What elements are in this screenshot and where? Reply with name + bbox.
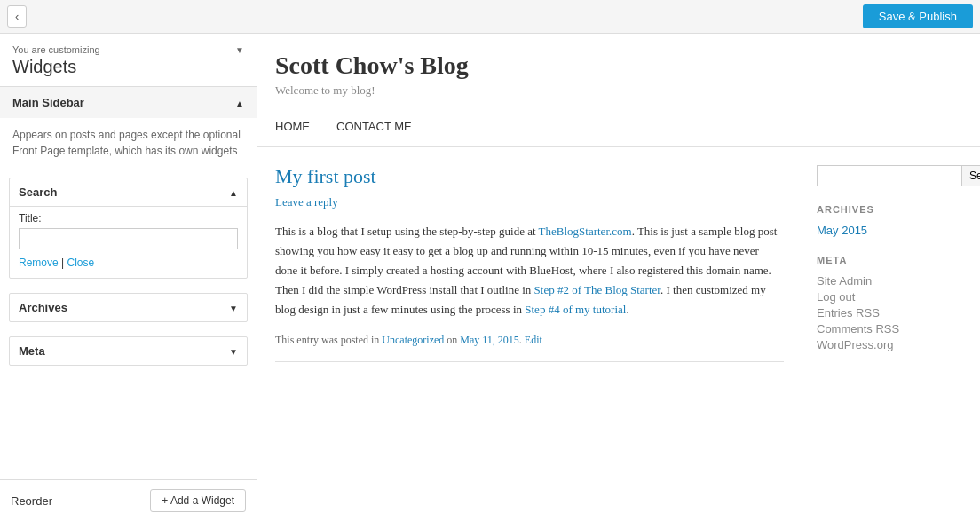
archives-widget-title: Archives bbox=[19, 301, 67, 314]
search-close-link[interactable]: Close bbox=[67, 257, 94, 269]
main-sidebar-description: Appears on posts and pages except the op… bbox=[0, 118, 257, 170]
search-widget: Search Title: Remove | Close bbox=[9, 178, 248, 279]
log-out-link[interactable]: Log out bbox=[817, 290, 966, 304]
footer-text-2: on bbox=[444, 334, 460, 346]
back-button[interactable]: ‹ bbox=[7, 5, 27, 28]
blog-title: Scott Chow's Blog bbox=[275, 51, 962, 80]
search-widget-title: Search bbox=[19, 186, 57, 199]
entries-rss-link[interactable]: Entries RSS bbox=[817, 306, 966, 320]
site-admin-link[interactable]: Site Admin bbox=[817, 274, 966, 288]
edit-link[interactable]: Edit bbox=[525, 334, 542, 346]
add-widget-button[interactable]: + Add a Widget bbox=[150, 489, 246, 512]
archives-widget-header[interactable]: Archives bbox=[10, 294, 247, 321]
post-divider bbox=[275, 361, 784, 362]
sidebar-search-button[interactable]: Search bbox=[962, 165, 980, 186]
footer-text-1: This entry was posted in bbox=[275, 334, 382, 346]
archives-may2015-link[interactable]: May 2015 bbox=[817, 224, 966, 237]
search-remove-link[interactable]: Remove bbox=[19, 257, 59, 269]
main-sidebar-section: Main Sidebar Appears on posts and pages … bbox=[0, 87, 257, 170]
top-bar: ‹ Save & Publish bbox=[0, 0, 980, 34]
blog-sidebar: Search ARCHIVES May 2015 META Site Admin… bbox=[802, 147, 980, 380]
archives-widget-expand-icon bbox=[229, 301, 238, 314]
step4-link[interactable]: Step #4 of my tutorial bbox=[525, 303, 626, 316]
step2-link[interactable]: Step #2 of The Blog Starter bbox=[534, 283, 660, 296]
blog-tagline: Welcome to my blog! bbox=[275, 83, 962, 98]
blog-content-area: My first post Leave a reply This is a bl… bbox=[257, 147, 980, 380]
meta-widget: Meta bbox=[9, 336, 248, 366]
left-panel: You are customizing Widgets Main Sidebar… bbox=[0, 34, 257, 521]
search-widget-body: Title: Remove | Close bbox=[10, 206, 247, 278]
main-sidebar-title: Main Sidebar bbox=[12, 96, 84, 109]
search-title-input[interactable] bbox=[19, 228, 238, 249]
blog-nav: HOME CONTACT ME bbox=[257, 107, 980, 147]
customizing-label: You are customizing bbox=[12, 44, 244, 55]
post-text-1: This is a blog that I setup using the st… bbox=[275, 225, 539, 238]
customizing-text: You are customizing bbox=[12, 44, 100, 55]
wordpress-org-link[interactable]: WordPress.org bbox=[817, 338, 966, 351]
blog-main: My first post Leave a reply This is a bl… bbox=[257, 147, 802, 380]
main-sidebar-header[interactable]: Main Sidebar bbox=[0, 87, 257, 118]
save-publish-button[interactable]: Save & Publish bbox=[863, 4, 973, 28]
post-text-4: . bbox=[626, 303, 628, 316]
sidebar-search-row: Search bbox=[817, 165, 966, 186]
meta-section-title: META bbox=[817, 255, 966, 265]
meta-section: META Site Admin Log out Entries RSS Comm… bbox=[817, 255, 966, 351]
chevron-down-icon bbox=[235, 44, 244, 55]
meta-widget-expand-icon bbox=[229, 344, 238, 358]
nav-home[interactable]: HOME bbox=[275, 116, 310, 137]
search-title-label: Title: bbox=[19, 212, 238, 225]
post-content: This is a blog that I setup using the st… bbox=[275, 222, 784, 320]
customizing-header: You are customizing Widgets bbox=[0, 34, 257, 87]
search-widget-header[interactable]: Search bbox=[10, 178, 247, 206]
bottom-buttons: Reorder + Add a Widget bbox=[0, 479, 257, 521]
widgets-title: Widgets bbox=[12, 57, 244, 77]
archives-widget: Archives bbox=[9, 293, 248, 322]
search-widget-actions: Remove | Close bbox=[19, 257, 238, 269]
main-layout: You are customizing Widgets Main Sidebar… bbox=[0, 34, 980, 521]
blog-header: Scott Chow's Blog Welcome to my blog! bbox=[257, 34, 980, 107]
archives-section-title: ARCHIVES bbox=[817, 204, 966, 215]
reorder-button[interactable]: Reorder bbox=[11, 494, 52, 508]
meta-widget-title: Meta bbox=[19, 344, 45, 358]
search-widget-collapse-icon bbox=[229, 186, 238, 199]
post-footer: This entry was posted in Uncategorized o… bbox=[275, 334, 784, 347]
nav-contact[interactable]: CONTACT ME bbox=[336, 116, 412, 137]
chevron-up-icon bbox=[235, 96, 244, 109]
blog-starter-link[interactable]: TheBlogStarter.com bbox=[539, 225, 632, 238]
meta-widget-header[interactable]: Meta bbox=[10, 337, 247, 365]
comments-rss-link[interactable]: Comments RSS bbox=[817, 322, 966, 335]
sidebar-search-input[interactable] bbox=[817, 165, 962, 186]
post-title: My first post bbox=[275, 165, 784, 188]
uncategorized-link[interactable]: Uncategorized bbox=[382, 334, 444, 346]
right-panel: Scott Chow's Blog Welcome to my blog! HO… bbox=[257, 34, 980, 521]
date-link[interactable]: May 11, 2015 bbox=[460, 334, 519, 346]
leave-reply-link[interactable]: Leave a reply bbox=[275, 195, 784, 209]
